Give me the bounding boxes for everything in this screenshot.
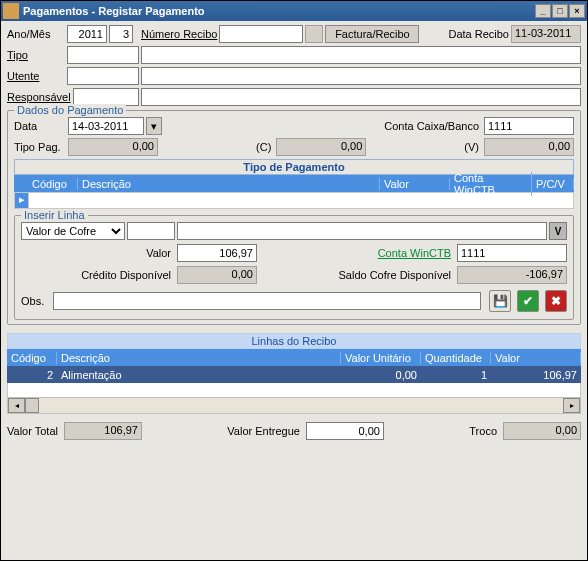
numero-recibo-label[interactable]: Número Recibo — [141, 28, 217, 40]
tipo-desc-field[interactable] — [141, 46, 581, 64]
saldo-cofre-value: -106,97 — [457, 266, 567, 284]
scroll-thumb[interactable] — [25, 398, 39, 413]
row-qtd: 1 — [421, 369, 491, 381]
obs-field[interactable] — [53, 292, 481, 310]
credito-disponivel-label: Crédito Disponível — [71, 269, 171, 281]
c-label: (C) — [256, 141, 271, 153]
scroll-left-button[interactable]: ◂ — [8, 398, 25, 413]
valor-entregue-field[interactable] — [306, 422, 384, 440]
col-pcv: P/C/V — [532, 178, 574, 190]
tipo-pagamento-header: Código Descrição Valor Conta WinCTB P/C/… — [14, 175, 574, 192]
cancel-icon[interactable]: ✖ — [545, 290, 567, 312]
v-button[interactable]: V — [549, 222, 567, 240]
valor-label: Valor — [131, 247, 171, 259]
responsavel-desc-field[interactable] — [141, 88, 581, 106]
minimize-button[interactable]: _ — [535, 4, 551, 18]
row-valunit: 0,00 — [341, 369, 421, 381]
maximize-button[interactable]: □ — [552, 4, 568, 18]
ano-field[interactable] — [67, 25, 107, 43]
utente-code-field[interactable] — [67, 67, 139, 85]
v-value: 0,00 — [484, 138, 574, 156]
data-dropdown-button[interactable]: ▾ — [146, 117, 162, 135]
save-icon[interactable]: 💾 — [489, 290, 511, 312]
col-conta: Conta WinCTB — [450, 172, 532, 196]
tipo-pag-label: Tipo Pag. — [14, 141, 66, 153]
col-descricao: Descrição — [78, 178, 380, 190]
linhas-recibo-header: Código Descrição Valor Unitário Quantida… — [7, 349, 581, 366]
conta-caixa-label: Conta Caixa/Banco — [384, 120, 479, 132]
troco-label: Troco — [469, 425, 497, 437]
col-codigo: Código — [28, 178, 78, 190]
responsavel-label[interactable]: Responsável — [7, 91, 71, 103]
window-content: Ano/Mês Número Recibo Factura/Recibo Dat… — [1, 21, 587, 561]
mes-field[interactable] — [109, 25, 133, 43]
numero-recibo-field[interactable] — [219, 25, 303, 43]
dados-pagamento-group: Dados do Pagamento Data ▾ Conta Caixa/Ba… — [7, 110, 581, 325]
dados-pagamento-legend: Dados do Pagamento — [14, 104, 126, 116]
rcol-qtd: Quantidade — [421, 352, 491, 364]
tipo-code-field[interactable] — [67, 46, 139, 64]
inserir-desc-field[interactable] — [177, 222, 547, 240]
scroll-right-button[interactable]: ▸ — [563, 398, 580, 413]
credito-disponivel-value: 0,00 — [177, 266, 257, 284]
valor-cofre-select[interactable]: Valor de Cofre — [21, 222, 125, 240]
valor-total-value: 106,97 — [64, 422, 142, 440]
close-button[interactable]: × — [569, 4, 585, 18]
valor-field[interactable] — [177, 244, 257, 262]
rcol-codigo: Código — [7, 352, 57, 364]
factura-recibo-button[interactable]: Factura/Recibo — [325, 25, 419, 43]
inserir-codigo-field[interactable] — [127, 222, 175, 240]
troco-value: 0,00 — [503, 422, 581, 440]
conta-caixa-field[interactable] — [484, 117, 574, 135]
rcol-valor: Valor — [491, 352, 581, 364]
window-title: Pagamentos - Registar Pagamento — [23, 5, 535, 17]
inserir-linha-group: Inserir Linha Valor de Cofre V Valor Con… — [14, 215, 574, 320]
saldo-cofre-label: Saldo Cofre Disponível — [338, 269, 451, 281]
utente-label[interactable]: Utente — [7, 70, 65, 82]
obs-label: Obs. — [21, 295, 51, 307]
inserir-linha-legend: Inserir Linha — [21, 209, 88, 221]
valor-entregue-label: Valor Entregue — [227, 425, 300, 437]
rcol-descricao: Descrição — [57, 352, 341, 364]
valor-total-label: Valor Total — [7, 425, 58, 437]
rcol-valunit: Valor Unitário — [341, 352, 421, 364]
data-label: Data — [14, 120, 66, 132]
titlebar: Pagamentos - Registar Pagamento _ □ × — [1, 1, 587, 21]
confirm-icon[interactable]: ✔ — [517, 290, 539, 312]
col-valor: Valor — [380, 178, 450, 190]
conta-winctb-field[interactable] — [457, 244, 567, 262]
ano-mes-label: Ano/Mês — [7, 28, 65, 40]
linhas-recibo-title: Linhas do Recibo — [7, 333, 581, 349]
row-valor: 106,97 — [491, 369, 581, 381]
v-label: (V) — [464, 141, 479, 153]
row-codigo: 2 — [7, 369, 57, 381]
tipo-pag-value: 0,00 — [68, 138, 158, 156]
horizontal-scrollbar[interactable]: ◂ ▸ — [7, 397, 581, 414]
data-recibo-field: 11-03-2011 — [511, 25, 581, 43]
tipo-label[interactable]: Tipo — [7, 49, 65, 61]
conta-winctb-link[interactable]: Conta WinCTB — [378, 247, 451, 259]
data-recibo-label: Data Recibo — [448, 28, 509, 40]
recibo-row[interactable]: 2 Alimentação 0,00 1 106,97 — [7, 366, 581, 383]
utente-desc-field[interactable] — [141, 67, 581, 85]
data-field[interactable] — [68, 117, 144, 135]
app-icon — [3, 3, 19, 19]
row-descricao: Alimentação — [57, 369, 341, 381]
c-value: 0,00 — [276, 138, 366, 156]
